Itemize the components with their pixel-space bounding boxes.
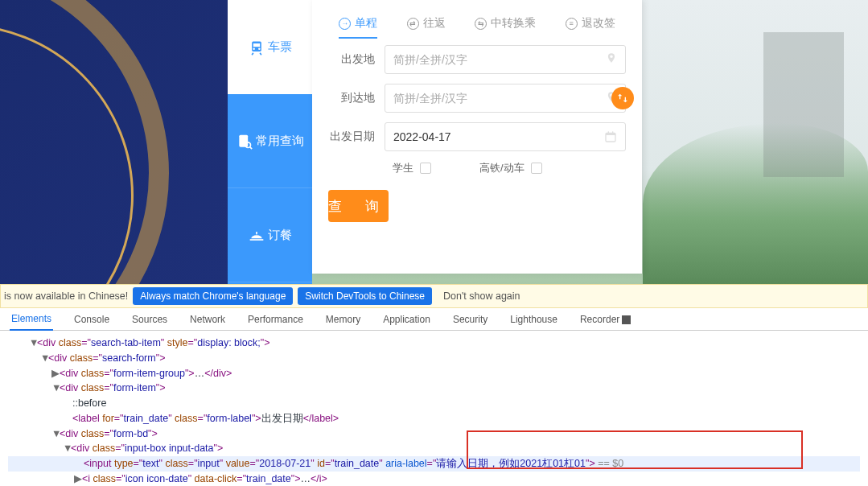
svg-point-1 xyxy=(253,47,255,50)
student-label: 学生 xyxy=(393,161,413,175)
checkbox-icon xyxy=(420,163,431,174)
tab-roundtrip-label: 往返 xyxy=(423,16,446,31)
date-input-box[interactable] xyxy=(385,122,626,151)
tab-refund[interactable]: ≡退改签 xyxy=(566,16,615,31)
infobar-switch-btn[interactable]: Switch DevTools to Chinese xyxy=(298,287,432,305)
dt-tab-performance[interactable]: Performance xyxy=(246,309,305,330)
tab-transfer-label: 中转换乘 xyxy=(491,16,536,31)
search-panel: →单程 ⇄往返 ⇆中转换乘 ≡退改签 出发地 到达地 出发日期 xyxy=(312,0,642,274)
dt-tab-application[interactable]: Application xyxy=(381,309,432,330)
dt-tab-recorder-label: Recorder xyxy=(580,314,619,325)
tab-transfer[interactable]: ⇆中转换乘 xyxy=(475,16,536,31)
svg-rect-11 xyxy=(612,131,613,134)
arrows-icon: ⇄ xyxy=(407,18,419,30)
svg-rect-4 xyxy=(239,135,248,147)
devtools-tabs: Elements Console Sources Network Perform… xyxy=(0,308,868,331)
highspeed-label: 高铁/动车 xyxy=(479,161,525,175)
nav-ticket-label: 车票 xyxy=(268,39,292,55)
student-check[interactable]: 学生 xyxy=(393,161,431,175)
svg-rect-6 xyxy=(256,232,257,234)
date-label: 出发日期 xyxy=(328,130,385,144)
location-icon xyxy=(606,52,617,67)
tab-roundtrip[interactable]: ⇄往返 xyxy=(407,16,446,31)
dt-tab-network[interactable]: Network xyxy=(188,309,227,330)
swap-icon xyxy=(616,92,629,105)
nav-queries[interactable]: 常用查询 xyxy=(228,94,312,188)
transfer-icon: ⇆ xyxy=(475,18,487,30)
nav-meal[interactable]: 订餐 xyxy=(228,188,312,282)
to-input[interactable] xyxy=(393,92,606,105)
calendar-icon xyxy=(604,130,617,143)
infobar-match-btn[interactable]: Always match Chrome's language xyxy=(133,287,293,305)
query-button[interactable]: 查 询 xyxy=(328,190,389,222)
tab-oneway-label: 单程 xyxy=(355,16,377,31)
left-nav: 车票 常用查询 订餐 xyxy=(228,0,312,284)
elements-source[interactable]: ▼<div class="search-tab-item" style="dis… xyxy=(0,331,868,484)
to-input-box[interactable] xyxy=(385,84,626,113)
from-label: 出发地 xyxy=(328,52,385,67)
dt-tab-lighthouse[interactable]: Lighthouse xyxy=(508,309,559,330)
infobar-text: is now available in Chinese! xyxy=(4,290,128,302)
checkbox-row: 学生 高铁/动车 xyxy=(312,161,642,175)
train-icon xyxy=(249,39,265,54)
to-label: 到达地 xyxy=(328,91,385,105)
nav-queries-label: 常用查询 xyxy=(256,134,304,149)
svg-rect-7 xyxy=(249,239,263,241)
clipboard-search-icon xyxy=(237,134,253,148)
dish-icon xyxy=(249,228,265,242)
svg-rect-3 xyxy=(253,43,259,47)
background-left xyxy=(0,0,228,284)
date-row: 出发日期 xyxy=(312,122,642,151)
svg-point-2 xyxy=(258,47,261,50)
highspeed-check[interactable]: 高铁/动车 xyxy=(479,161,542,175)
swap-button[interactable] xyxy=(611,87,634,109)
trip-tabs: →单程 ⇄往返 ⇆中转换乘 ≡退改签 xyxy=(312,16,642,45)
to-row: 到达地 xyxy=(312,84,642,113)
dt-tab-elements[interactable]: Elements xyxy=(10,308,53,331)
from-row: 出发地 xyxy=(312,45,642,74)
dt-tab-memory[interactable]: Memory xyxy=(324,309,362,330)
tab-refund-label: 退改签 xyxy=(582,16,615,31)
tab-oneway[interactable]: →单程 xyxy=(339,16,377,31)
preview-badge-icon xyxy=(622,315,631,324)
nav-meal-label: 订餐 xyxy=(268,228,292,243)
dt-tab-console[interactable]: Console xyxy=(72,309,111,330)
svg-rect-9 xyxy=(606,133,615,135)
nav-ticket[interactable]: 车票 xyxy=(228,0,312,94)
dt-tab-security[interactable]: Security xyxy=(451,309,489,330)
devtools-infobar: is now available in Chinese! Always matc… xyxy=(0,284,868,308)
from-input-box[interactable] xyxy=(385,45,626,74)
svg-rect-10 xyxy=(608,131,609,134)
infobar-dismiss[interactable]: Don't show again xyxy=(437,287,527,305)
dt-tab-recorder[interactable]: Recorder xyxy=(578,309,632,330)
from-input[interactable] xyxy=(393,53,606,66)
date-input[interactable] xyxy=(393,130,604,143)
arrow-right-icon: → xyxy=(339,18,351,30)
app-top-area: 车票 常用查询 订餐 →单程 ⇄往返 ⇆中转换乘 ≡退改签 出发地 xyxy=(0,0,868,284)
checkbox-icon xyxy=(531,163,542,174)
refund-icon: ≡ xyxy=(566,18,578,30)
dt-tab-sources[interactable]: Sources xyxy=(130,309,169,330)
